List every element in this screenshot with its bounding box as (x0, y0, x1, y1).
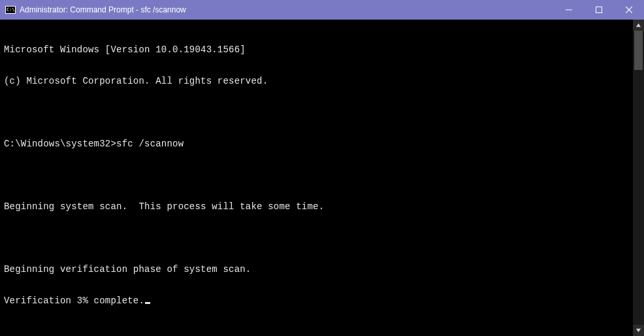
output-line: Microsoft Windows [Version 10.0.19043.15… (4, 44, 633, 55)
cmd-icon: C:\ (5, 5, 16, 15)
svg-rect-3 (596, 7, 602, 13)
text-cursor (145, 302, 150, 304)
client-area: Microsoft Windows [Version 10.0.19043.15… (0, 20, 644, 336)
scroll-thumb[interactable] (634, 31, 643, 70)
output-line (4, 107, 633, 118)
output-text: Verification 3% complete. (4, 295, 144, 306)
vertical-scrollbar[interactable] (633, 20, 644, 336)
scroll-up-button[interactable] (633, 20, 644, 31)
command-prompt-window: C:\ Administrator: Command Prompt - sfc … (0, 0, 644, 336)
output-line: C:\Windows\system32>sfc /scannow (4, 139, 633, 149)
scroll-down-button[interactable] (633, 325, 644, 336)
svg-marker-6 (636, 24, 641, 27)
scroll-track[interactable] (633, 31, 644, 325)
svg-text:C:\: C:\ (7, 7, 15, 12)
window-title: Administrator: Command Prompt - sfc /sca… (20, 5, 186, 14)
titlebar[interactable]: C:\ Administrator: Command Prompt - sfc … (0, 0, 644, 20)
minimize-button[interactable] (554, 0, 584, 20)
output-line: (c) Microsoft Corporation. All rights re… (4, 76, 633, 86)
output-line (4, 170, 633, 180)
close-button[interactable] (614, 0, 644, 20)
output-line: Verification 3% complete. (4, 295, 633, 306)
output-line: Beginning verification phase of system s… (4, 264, 633, 275)
output-line (4, 233, 633, 243)
svg-marker-7 (636, 329, 641, 332)
terminal-output[interactable]: Microsoft Windows [Version 10.0.19043.15… (0, 20, 633, 336)
output-line: Beginning system scan. This process will… (4, 201, 633, 212)
maximize-button[interactable] (584, 0, 614, 20)
